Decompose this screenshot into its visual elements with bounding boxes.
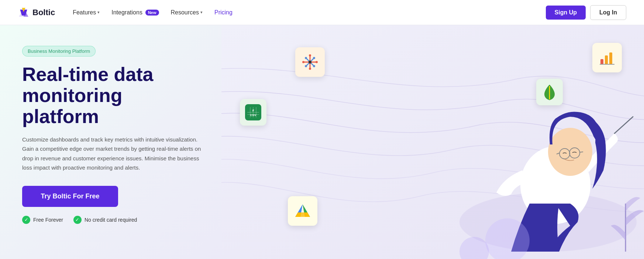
badge-no-credit-card: ✓ No credit card required [73,216,137,224]
nav-resources[interactable]: Resources ▾ [171,9,203,16]
svg-point-13 [305,57,307,59]
check-icon-1: ✓ [22,216,30,224]
svg-point-10 [309,68,311,70]
hero-left: Business Monitoring Platform Real-time d… [0,25,221,259]
svg-point-9 [309,54,311,57]
svg-point-12 [316,61,318,63]
platform-badge: Business Monitoring Platform [22,46,96,57]
svg-rect-20 [609,52,612,64]
svg-point-17 [309,61,311,64]
resources-chevron: ▾ [200,10,203,15]
nav-integrations[interactable]: Integrations New [111,9,159,16]
person-illustration [415,45,644,259]
svg-point-38 [548,128,592,176]
cta-button[interactable]: Try Boltic For Free [22,186,118,207]
svg-line-37 [614,117,633,133]
tableau-icon [295,47,325,77]
svg-point-15 [313,57,315,59]
gdrive-icon [288,196,317,226]
svg-rect-18 [600,59,603,64]
csv-icon: # CSV [240,99,266,126]
logo-icon [18,7,30,18]
navbar-right: Sign Up Log In [546,5,626,20]
svg-point-11 [302,61,304,63]
hero-section: Business Monitoring Platform Real-time d… [0,25,644,259]
svg-point-14 [313,65,315,67]
check-icon-2: ✓ [73,216,82,224]
chart-icon [592,43,622,72]
logo[interactable]: Boltic [18,7,55,18]
nav-pricing[interactable]: Pricing [214,9,233,16]
navbar: Boltic Features ▾ Integrations New Resou… [0,0,644,25]
badge-free-forever: ✓ Free Forever [22,216,63,224]
login-button[interactable]: Log In [590,5,626,20]
navbar-left: Boltic Features ▾ Integrations New Resou… [18,7,233,18]
features-chevron: ▾ [97,10,100,15]
hero-right: # CSV [221,25,644,259]
mongodb-icon [536,79,563,105]
signup-button[interactable]: Sign Up [546,6,586,20]
hero-title: Real-time data monitoring platform [22,64,204,127]
brand-name: Boltic [32,8,55,17]
nav-features[interactable]: Features ▾ [73,9,100,16]
svg-line-43 [580,152,583,152]
hero-description: Customize dashboards and track key metri… [22,135,204,173]
svg-point-16 [305,65,307,67]
svg-rect-19 [605,55,608,64]
hero-badges: ✓ Free Forever ✓ No credit card required [22,216,204,224]
new-badge: New [145,10,159,16]
nav-links: Features ▾ Integrations New Resources ▾ … [73,9,233,16]
